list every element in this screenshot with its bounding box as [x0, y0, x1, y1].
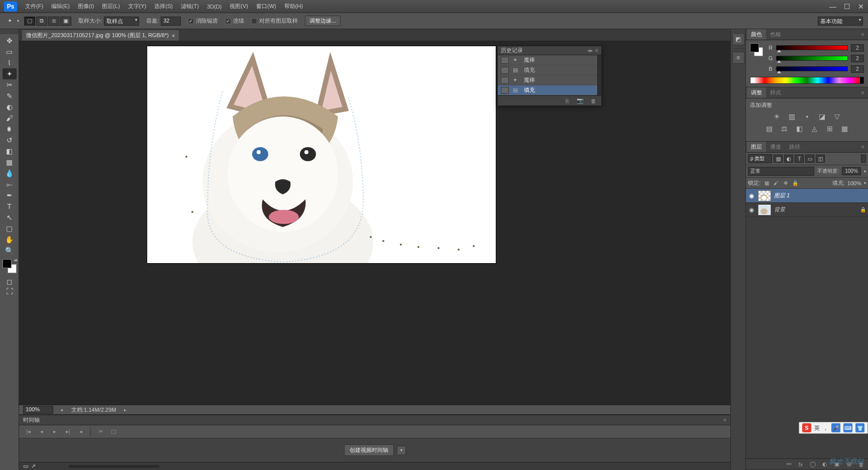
tab-swatches[interactable]: 色板 — [766, 29, 785, 40]
color-b-slider[interactable] — [776, 66, 848, 71]
lock-all-icon[interactable]: 🔒 — [792, 180, 799, 187]
history-panel[interactable]: 历史记录 ◂▸≡ ✦魔棒 ▤填充 ✦魔棒 ▤填充 ⎘ — [497, 46, 602, 106]
fg-color-swatch[interactable] — [750, 43, 759, 52]
timeline-play-button[interactable]: ▸ — [49, 427, 60, 436]
timeline-first-frame-button[interactable]: |◂ — [23, 427, 34, 436]
lock-transparency-icon[interactable]: ▦ — [763, 180, 770, 187]
path-selection-tool[interactable]: ↖ — [3, 212, 17, 223]
layer-name[interactable]: 图层 1 — [774, 192, 790, 199]
selection-subtract-button[interactable]: ⧈ — [48, 17, 59, 26]
eyedropper-tool[interactable]: ✎ — [3, 90, 17, 101]
menu-select[interactable]: 选择(S) — [150, 1, 177, 12]
layer-thumbnail[interactable] — [758, 204, 771, 215]
filter-pixel-icon[interactable]: ▧ — [774, 155, 783, 163]
selection-new-button[interactable]: ▢ — [24, 17, 35, 26]
history-delete-icon[interactable]: 🗑 — [589, 97, 597, 105]
tool-dropdown-icon[interactable]: ▾ — [17, 19, 19, 23]
timeline-next-frame-button[interactable]: ▸| — [62, 427, 73, 436]
color-g-input[interactable]: 2 — [851, 55, 864, 62]
timeline-footer-icon[interactable]: ▭ — [23, 463, 28, 469]
quick-mask-tool[interactable]: ◻ — [3, 277, 17, 286]
gradient-tool[interactable]: ▦ — [3, 157, 17, 168]
ime-voice-icon[interactable]: 🎤 — [831, 423, 840, 432]
filter-shape-icon[interactable]: ▭ — [805, 155, 814, 163]
color-r-input[interactable]: 2 — [851, 44, 864, 52]
timeline-transition-icon[interactable]: ▢ — [108, 427, 119, 436]
history-snapshot-icon[interactable]: 📷 — [576, 97, 584, 105]
exposure-icon[interactable]: ◪ — [817, 112, 827, 121]
create-video-timeline-button[interactable]: 创建视频时间轴 — [344, 444, 394, 456]
brightness-icon[interactable]: ☀ — [772, 112, 782, 121]
window-minimize-button[interactable]: — — [826, 2, 840, 12]
selection-add-button[interactable]: ⧉ — [36, 17, 47, 26]
lock-position-icon[interactable]: ✥ — [782, 180, 789, 187]
history-item[interactable]: ✦魔棒 — [498, 75, 597, 85]
menu-file[interactable]: 文件(F) — [21, 1, 47, 12]
move-tool[interactable]: ✥ — [3, 35, 17, 46]
levels-icon[interactable]: ▥ — [787, 112, 797, 121]
layer-row[interactable]: ◉ 图层 1 — [746, 189, 868, 203]
fill-input[interactable]: 100% — [847, 180, 861, 186]
crop-tool[interactable]: ✂ — [3, 79, 17, 90]
contiguous-checkbox[interactable]: ✓ — [225, 18, 231, 24]
filter-smart-icon[interactable]: ◫ — [816, 155, 825, 163]
panel-menu-icon[interactable]: ≡ — [859, 143, 867, 151]
menu-edit[interactable]: 编辑(E) — [47, 1, 74, 12]
curves-icon[interactable]: ⦁ — [802, 112, 812, 121]
channel-mixer-icon[interactable]: ⊞ — [825, 124, 835, 133]
type-tool[interactable]: T — [3, 201, 17, 212]
history-brush-tool[interactable]: ↺ — [3, 135, 17, 146]
layer-row[interactable]: ◉ 背景 🔒 — [746, 203, 868, 217]
refine-edge-button[interactable]: 调整边缘... — [305, 16, 341, 26]
lasso-tool[interactable]: ⌇ — [3, 57, 17, 68]
menu-type[interactable]: 文字(Y) — [124, 1, 151, 12]
clone-stamp-tool[interactable]: ⧯ — [3, 124, 17, 135]
color-swatch[interactable]: ⇄ — [3, 259, 17, 273]
rectangle-tool[interactable]: ▢ — [3, 223, 17, 234]
marquee-tool[interactable]: ▭ — [3, 46, 17, 57]
menu-image[interactable]: 图像(I) — [74, 1, 98, 12]
photo-filter-icon[interactable]: ◬ — [810, 124, 820, 133]
fill-dropdown-icon[interactable]: ▾ — [864, 181, 866, 185]
bw-icon[interactable]: ◧ — [795, 124, 805, 133]
delete-layer-icon[interactable]: 🗑 — [857, 460, 865, 468]
hand-tool[interactable]: ✋ — [3, 234, 17, 245]
timeline-prev-frame-button[interactable]: ◂ — [36, 427, 47, 436]
timeline-last-frame-button[interactable]: ◂ — [75, 427, 86, 436]
collapsed-panel-icon[interactable]: ◩ — [732, 33, 744, 45]
tab-styles[interactable]: 样式 — [766, 87, 785, 98]
opacity-dropdown-icon[interactable]: ▾ — [864, 169, 866, 174]
layer-name[interactable]: 背景 — [774, 206, 785, 213]
window-close-button[interactable]: ✕ — [854, 2, 868, 12]
healing-brush-tool[interactable]: ◐ — [3, 101, 17, 112]
color-r-slider[interactable] — [776, 45, 848, 50]
layer-thumbnail[interactable] — [758, 190, 771, 201]
ime-punct-label[interactable]: ， — [823, 424, 828, 432]
history-new-doc-icon[interactable]: ⎘ — [563, 97, 571, 105]
workspace-switcher[interactable]: 基本功能▾ — [818, 17, 863, 26]
eraser-tool[interactable]: ◧ — [3, 146, 17, 157]
dodge-tool[interactable]: ⟜ — [3, 179, 17, 190]
window-maximize-button[interactable]: ☐ — [840, 2, 854, 12]
history-scrollbar[interactable] — [597, 55, 601, 95]
menu-3d[interactable]: 3D(D) — [203, 2, 226, 12]
history-item[interactable]: ▤填充 — [498, 65, 597, 75]
color-lookup-icon[interactable]: ▦ — [840, 124, 850, 133]
layer-filter-kind-select[interactable]: ρ 类型 — [748, 154, 772, 163]
document-tab-close-icon[interactable]: × — [172, 33, 175, 39]
swap-colors-icon[interactable]: ⇄ — [14, 258, 18, 263]
color-g-slider[interactable] — [776, 56, 848, 61]
toolbox-grip[interactable] — [0, 29, 19, 34]
vibrance-icon[interactable]: ▽ — [832, 112, 842, 121]
ime-language-label[interactable]: 英 — [814, 424, 820, 432]
document-tab[interactable]: 微信图片_20230317105217.jpg @ 100% (图层 1, RG… — [22, 30, 179, 41]
selection-intersect-button[interactable]: ▣ — [60, 17, 71, 26]
timeline-cut-icon[interactable]: ✂ — [95, 427, 106, 436]
new-group-icon[interactable]: ▣ — [833, 460, 841, 468]
foreground-color[interactable] — [3, 259, 12, 268]
status-menu-icon[interactable]: ▸ — [124, 408, 126, 412]
timeline-menu-icon[interactable]: ≡ — [723, 417, 726, 423]
ime-skin-icon[interactable]: 👕 — [855, 423, 864, 432]
canvas-viewport[interactable]: 历史记录 ◂▸≡ ✦魔棒 ▤填充 ✦魔棒 ▤填充 ⎘ — [19, 41, 730, 405]
tab-color[interactable]: 颜色 — [747, 29, 766, 40]
